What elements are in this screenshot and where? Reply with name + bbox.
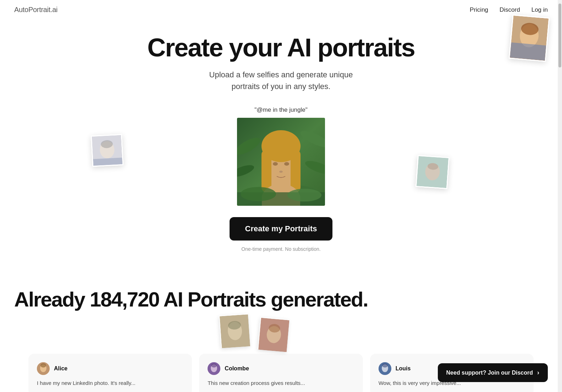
testimonial-louis-name: Louis [396,365,411,372]
svg-point-27 [287,189,321,201]
testimonial-float-portrait-2 [258,317,289,352]
main-portrait-container [237,118,325,206]
testimonial-alice-text: I have my new LinkedIn photo. It's reall… [37,379,183,387]
chevron-right-icon: › [537,369,539,376]
svg-point-42 [382,363,388,368]
testimonial-colombe-name: Colombe [225,365,249,372]
svg-point-36 [40,363,46,368]
create-portraits-button[interactable]: Create my Portraits [230,217,333,241]
testimonial-float-portrait-1 [219,314,249,348]
hero-subtitle-line2: portraits of you in any styles. [232,82,331,91]
hero-subtitle: Upload a few selfies and generate unique… [7,69,555,92]
navbar: AutoPortrait.ai Pricing Discord Log in [0,0,562,20]
svg-point-22 [273,162,278,166]
main-portrait [237,118,325,206]
svg-point-23 [284,162,289,166]
nav-links: Pricing Discord Log in [470,6,548,13]
avatar-louis [379,362,391,375]
svg-point-24 [279,171,283,173]
hero-title: Create your AI portraits [7,34,555,62]
logo-text: AutoPortrait [14,6,50,13]
nav-discord[interactable]: Discord [500,6,520,13]
avatar-colombe [208,362,220,375]
svg-point-39 [211,363,217,368]
svg-rect-21 [291,150,301,192]
testimonial-alice-name: Alice [54,365,67,372]
hero-section: Create your AI portraits Upload a few se… [0,20,562,273]
stats-title: Already 184,720 AI Portraits generated. [14,287,548,311]
svg-point-26 [241,187,276,201]
portrait-area: "@me in the jungle" [7,106,555,273]
testimonial-alice: Alice I have my new LinkedIn photo. It's… [28,354,192,392]
testimonial-alice-header: Alice [37,362,183,375]
cta-subtext: One-time payment. No subscription. [241,246,320,252]
hero-subtitle-line1: Upload a few selfies and generate unique [209,70,353,79]
nav-pricing[interactable]: Pricing [470,6,488,13]
discord-support-banner[interactable]: Need support? Join our Discord › [438,363,548,382]
logo-suffix: .ai [50,6,57,13]
prompt-label: "@me in the jungle" [254,106,307,114]
testimonial-colombe: Colombe This new creation process gives … [199,354,363,392]
testimonial-colombe-text: This new creation process gives results.… [208,379,354,387]
avatar-alice [37,362,50,375]
logo[interactable]: AutoPortrait.ai [14,6,57,14]
scrollbar[interactable] [558,0,562,392]
discord-banner-text: Need support? Join our Discord [446,370,533,376]
svg-rect-20 [261,150,271,192]
nav-login[interactable]: Log in [531,6,548,13]
testimonial-colombe-header: Colombe [208,362,354,375]
